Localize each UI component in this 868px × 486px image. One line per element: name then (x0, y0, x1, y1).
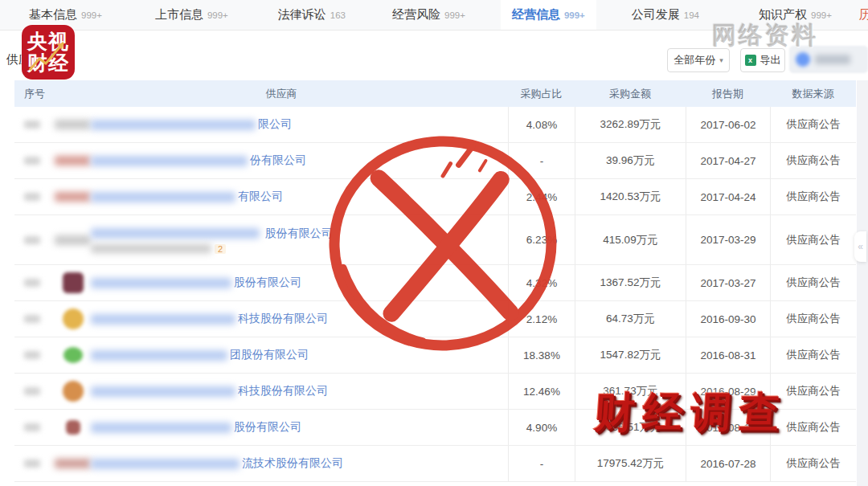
supplier-link[interactable]: 科技股份有限公司 (238, 312, 328, 326)
blurred-action-button[interactable] (789, 46, 868, 73)
data-source: 供应商公告 (770, 374, 856, 409)
report-period: 2016-09-30 (686, 301, 770, 337)
collapse-panel-icon[interactable]: « (854, 231, 866, 262)
cctv-finance-logo: 央视 财经 (22, 25, 75, 80)
purchase-ratio: 6.23% (508, 215, 575, 264)
table-row: 股份有限公司 4.32% 1367.52万元 2017-03-27 供应商公告 (14, 265, 856, 301)
purchase-amount: 3262.89万元 (575, 107, 686, 142)
tab-legal-litigation[interactable]: 法律诉讼 163 (267, 0, 357, 30)
purchase-amount: 415.09万元 (575, 215, 686, 264)
purchase-ratio: 4.32% (508, 265, 575, 300)
tab-history-info[interactable]: VIP 历史信息 999+ ? (848, 0, 868, 30)
supplier-name-blurred (91, 386, 235, 397)
supplier-logo (63, 381, 84, 402)
purchase-amount: 39.96万元 (575, 143, 686, 178)
row-index-blurred (24, 459, 40, 468)
supplier-tag-blurred (55, 156, 91, 165)
purchase-amount: 361.73万元 (575, 374, 686, 409)
tab-business-risk[interactable]: 经营风险 999+ (381, 0, 477, 30)
purchase-ratio: 12.46% (508, 374, 575, 409)
supplier-tag-blurred (55, 120, 91, 129)
data-source: 供应商公告 (770, 265, 856, 300)
table-row: 有限公司 2.44% 1420.53万元 2017-04-24 供应商公告 (14, 179, 856, 215)
tab-company-development[interactable]: 公司发展 194 (620, 0, 710, 30)
supplier-tag-blurred (55, 235, 91, 245)
report-period: 2016-07-28 (686, 446, 770, 481)
purchase-amount: 1367.52万元 (575, 265, 686, 300)
supplier-name-blurred (91, 278, 231, 288)
table-row: 份有限公司 - 39.96万元 2017-04-27 供应商公告 (14, 143, 856, 179)
supplier-link[interactable]: 流技术股份有限公司 (242, 456, 343, 471)
tab-count: 999+ (811, 10, 832, 20)
purchase-ratio: - (508, 446, 575, 481)
tab-business-info-active[interactable]: 经营信息 999+ (501, 0, 596, 30)
supplier-logo (63, 272, 84, 293)
purchase-ratio: 18.38% (508, 337, 575, 373)
col-header-source: 数据来源 (770, 87, 856, 101)
data-source: 供应商公告 (770, 337, 856, 373)
supplier-name-blurred (91, 314, 235, 325)
supplier-name-blurred (91, 192, 235, 202)
supplier-note-blurred (91, 244, 211, 253)
table-row: 股份有限公司 4.90% 4036.51万元 2016-08-10 供应商公告 (14, 410, 856, 446)
supplier-name-blurred (91, 459, 240, 469)
supplier-link[interactable]: 科技股份有限公司 (238, 384, 328, 398)
export-button[interactable]: x 导出 (740, 48, 785, 72)
report-period: 2016-08-10 (686, 410, 770, 445)
page-gutter (857, 80, 868, 486)
supplier-link[interactable]: 有限公司 (238, 190, 283, 204)
supplier-link[interactable]: 股份有限公司 (234, 276, 301, 290)
report-period: 2016-08-31 (686, 337, 770, 373)
row-index-blurred (24, 120, 40, 129)
data-source: 供应商公告 (770, 215, 856, 264)
table-row: 股份有限公司 2 6.23% 415.09万元 2017-03-29 供应商公告 (14, 215, 856, 265)
supplier-name-blurred (91, 156, 248, 166)
col-header-ratio: 采购占比 (508, 87, 575, 101)
tab-count: 999+ (81, 10, 102, 20)
tab-listing-info[interactable]: 上市信息 999+ (144, 0, 240, 30)
table-header-row: 序号 供应商 采购占比 采购金额 报告期 数据来源 (14, 80, 856, 107)
supplier-name-blurred (91, 423, 231, 433)
tab-label: 法律诉讼 (278, 7, 326, 22)
excel-icon: x (745, 55, 756, 66)
col-header-supplier: 供应商 (55, 87, 508, 101)
tab-label: 上市信息 (155, 7, 203, 22)
purchase-ratio: 4.90% (508, 410, 575, 445)
top-nav: 基本信息 999+ 上市信息 999+ 法律诉讼 163 经营风险 999+ 经… (0, 0, 868, 31)
col-header-amount: 采购金额 (575, 87, 686, 101)
row-index-blurred (24, 279, 40, 287)
trend-arrow-icon (22, 25, 75, 80)
tab-label: 知识产权 (759, 7, 807, 22)
blurred-avatar-icon (796, 52, 810, 67)
tab-label: 公司发展 (632, 7, 680, 22)
supplier-link[interactable]: 股份有限公司 (234, 420, 301, 435)
supplier-link[interactable]: 限公司 (258, 117, 292, 132)
table-row: 流技术股份有限公司 - 17975.42万元 2016-07-28 供应商公告 (14, 446, 856, 482)
data-source: 供应商公告 (770, 179, 856, 214)
col-header-period: 报告期 (686, 87, 770, 101)
supplier-link[interactable]: 份有限公司 (250, 153, 306, 168)
tab-intellectual-property[interactable]: 知识产权 999+ (747, 0, 843, 30)
row-index-blurred (24, 193, 40, 201)
report-period: 2017-04-27 (686, 143, 770, 178)
supplier-logo (63, 308, 84, 329)
report-period: 2017-03-27 (686, 265, 770, 300)
data-source: 供应商公告 (770, 107, 856, 142)
tab-label: 基本信息 (29, 7, 77, 22)
data-source: 供应商公告 (770, 446, 856, 481)
report-period: 2017-04-24 (686, 179, 770, 214)
report-period: 2016-08-29 (686, 374, 770, 409)
blurred-button-text (815, 55, 850, 64)
year-filter-dropdown[interactable]: 全部年份 ▾ (667, 48, 730, 72)
year-filter-label: 全部年份 (674, 53, 715, 67)
tab-label: 历史信息 (859, 7, 868, 22)
data-source: 供应商公告 (770, 143, 856, 178)
data-source: 供应商公告 (770, 410, 856, 445)
supplier-link[interactable]: 股份有限公司 (265, 227, 333, 239)
table-row: 限公司 4.08% 3262.89万元 2017-06-02 供应商公告 (14, 107, 856, 143)
purchase-amount: 1547.82万元 (575, 337, 686, 373)
purchase-amount: 4036.51万元 (575, 410, 686, 445)
supplier-link[interactable]: 团股份有限公司 (230, 348, 309, 362)
tab-count: 999+ (207, 10, 228, 20)
table-row: 科技股份有限公司 12.46% 361.73万元 2016-08-29 供应商公… (14, 374, 856, 410)
